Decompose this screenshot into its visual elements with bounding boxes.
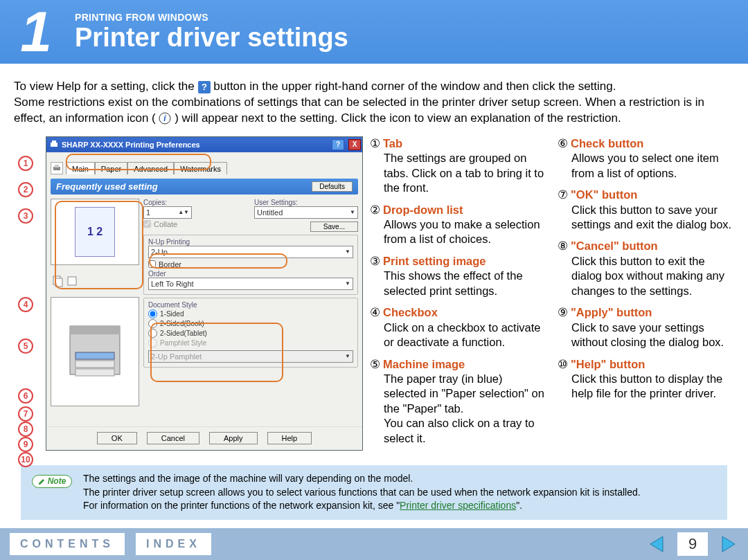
dbody-checkbox: Click on a checkbox to activate or deact… [368, 320, 546, 350]
apply-button[interactable]: Apply [209, 432, 258, 444]
descriptions-right: ⑥Check buttonAllows you to select one it… [556, 136, 734, 453]
callout-marker-1: 1 [18, 156, 33, 171]
dtitle-cancel: "Cancel" button [571, 240, 658, 252]
svg-marker-16 [650, 536, 663, 552]
copies-label: Copies: [143, 199, 247, 206]
titlebar-close-button[interactable]: X [348, 139, 361, 150]
docstyle-radio-4 [148, 338, 157, 347]
note-line-3: For information on the printer functions… [83, 500, 400, 511]
callout-marker-5: 5 [18, 338, 33, 354]
pencil-icon [38, 478, 45, 485]
intro-part4: ) will appear next to the setting. Click… [175, 111, 621, 125]
dnum-2: ② [368, 204, 381, 216]
pages-icon-2[interactable] [66, 275, 78, 287]
dnum-6: ⑥ [556, 138, 569, 150]
dtitle-checkbox: Checkbox [383, 306, 438, 318]
chevron-down-icon: ▼ [345, 249, 350, 255]
pages-icon[interactable] [52, 275, 64, 287]
callout-marker-9: 9 [18, 437, 33, 452]
contents-button[interactable]: CONTENTS [10, 533, 125, 555]
machine-image[interactable] [51, 297, 139, 406]
svg-rect-13 [75, 352, 114, 359]
svg-text:?: ? [202, 82, 207, 92]
callout-marker-2: 2 [18, 182, 33, 197]
order-value: Left To Right [151, 280, 194, 288]
docstyle-opt-3: 2-Sided(Tablet) [160, 329, 207, 337]
svg-rect-12 [70, 326, 120, 334]
border-label: Border [159, 260, 181, 269]
usersettings-label: User Settings: [254, 199, 358, 206]
print-setting-image: 1 2 [51, 199, 139, 265]
dtitle-machine: Machine image [383, 358, 465, 370]
chapter-number: 1 [20, 3, 52, 60]
svg-rect-9 [55, 278, 62, 287]
docstyle-radio-2[interactable] [148, 319, 157, 328]
border-checkbox[interactable] [148, 260, 156, 268]
descriptions-left: ①TabThe settings are grouped on tabs. Cl… [368, 136, 546, 453]
next-page-button[interactable] [719, 534, 738, 554]
screenshot-column: 1 2 3 4 5 6 7 8 9 10 SHARP XX-XXXX Print… [14, 136, 363, 453]
callout-marker-6: 6 [18, 388, 33, 404]
note-label: Note [48, 476, 66, 487]
dbody-cancel: Click this button to exit the dialog box… [556, 254, 734, 298]
dnum-4: ④ [368, 307, 381, 319]
callout-marker-8: 8 [18, 422, 33, 437]
docstyle-opt-1: 1-Sided [160, 310, 184, 318]
preview-digits: 1 2 [87, 226, 103, 238]
intro-text: To view Help for a setting, click the ? … [0, 64, 748, 136]
nup-dropdown[interactable]: 2-Up▼ [148, 246, 353, 258]
callout-marker-7: 7 [18, 406, 33, 422]
usersettings-dropdown[interactable]: Untitled▼ [254, 206, 358, 219]
order-dropdown[interactable]: Left To Right▼ [148, 278, 353, 290]
page-title: Printer driver settings [75, 23, 348, 53]
callout-marker-10: 10 [18, 452, 33, 467]
dbody-checkbtn: Allows you to select one item from a lis… [556, 151, 734, 181]
note-link[interactable]: Printer driver specifications [400, 500, 516, 511]
dtitle-help: "Help" button [571, 358, 645, 370]
dbody-tab: The settings are grouped on tabs. Click … [368, 151, 546, 195]
page-header: 1 PRINTING FROM WINDOWS Printer driver s… [0, 0, 748, 64]
dialog-tabs: Main Paper Advanced Watermarks [46, 152, 362, 174]
dnum-5: ⑤ [368, 358, 381, 370]
dialog-title: SHARP XX-XXXX Printing Preferences [62, 141, 200, 149]
dtitle-apply: "Apply" button [571, 306, 652, 318]
page-number: 9 [677, 532, 708, 556]
dialog-button-row: OK Cancel Apply Help [46, 426, 362, 450]
copies-value: 1 [146, 208, 150, 217]
ok-button[interactable]: OK [97, 432, 137, 444]
dtitle-ok: "OK" button [571, 188, 637, 201]
intro-part2: button in the upper right-hand corner of… [213, 80, 616, 93]
order-label: Order [148, 270, 353, 278]
tab-main[interactable]: Main [66, 162, 95, 175]
titlebar-help-button[interactable]: ? [332, 139, 344, 150]
callout-marker-3: 3 [18, 208, 33, 224]
tab-advanced[interactable]: Advanced [127, 162, 174, 175]
dnum-7: ⑦ [556, 189, 569, 201]
defaults-button[interactable]: Defaults [312, 181, 353, 192]
svg-rect-14 [75, 361, 114, 368]
docstyle-radio-3[interactable] [148, 329, 157, 338]
dialog-screenshot: SHARP XX-XXXX Printing Preferences ? X M… [46, 136, 363, 451]
save-settings-button[interactable]: Save... [310, 222, 358, 232]
note-trail: ". [516, 500, 522, 511]
dnum-8: ⑧ [556, 240, 569, 253]
copies-spinner[interactable]: 1▲▼ [143, 206, 192, 219]
dbody-help: Click this button to display the help fi… [556, 372, 734, 401]
nup-label: N-Up Printing [148, 238, 353, 246]
svg-rect-10 [68, 277, 76, 285]
dtitle-dropdown: Drop-down list [383, 204, 463, 216]
collate-checkbox [143, 220, 151, 228]
dialog-titlebar: SHARP XX-XXXX Printing Preferences ? X [46, 137, 362, 152]
tab-paper[interactable]: Paper [95, 162, 127, 175]
prev-page-button[interactable] [647, 534, 666, 554]
help-question-icon: ? [198, 81, 211, 93]
intro-part1: To view Help for a setting, click the [14, 80, 198, 93]
index-button[interactable]: INDEX [136, 533, 211, 555]
tab-watermarks[interactable]: Watermarks [174, 162, 227, 175]
help-button[interactable]: Help [267, 432, 312, 444]
nup-value: 2-Up [151, 248, 168, 256]
docstyle-radio-1[interactable] [148, 309, 157, 318]
printer-small-icon [51, 162, 63, 174]
cancel-button[interactable]: Cancel [147, 432, 199, 444]
svg-marker-17 [722, 536, 735, 552]
